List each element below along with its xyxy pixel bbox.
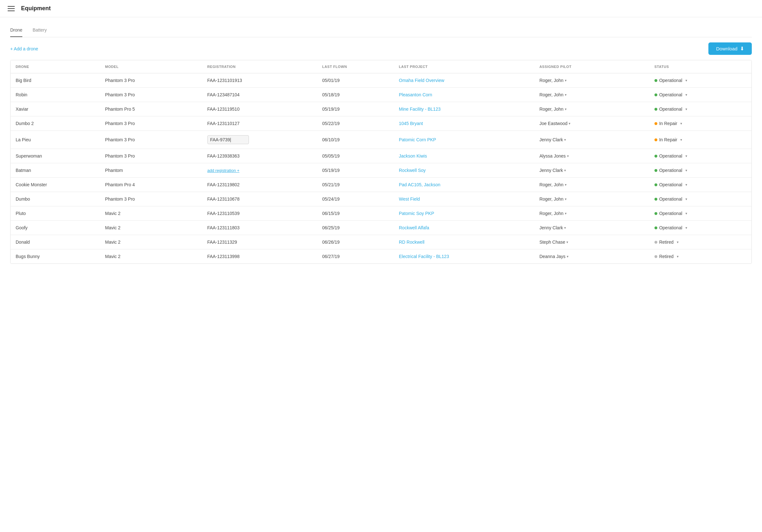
status-badge[interactable]: In Repair▾ [654,137,746,142]
status-badge[interactable]: Operational▾ [654,182,746,187]
cell-assigned-pilot[interactable]: Roger, John▾ [534,102,649,116]
cell-last-project[interactable]: Electrical Facility - BL123 [394,249,534,264]
pilot-dropdown[interactable]: Alyssa Jones▾ [539,154,644,159]
cell-status[interactable]: Operational▾ [649,206,751,221]
cell-assigned-pilot[interactable]: Joe Eastwood▾ [534,116,649,131]
cell-status[interactable]: Operational▾ [649,163,751,178]
cell-status[interactable]: Retired▾ [649,235,751,249]
add-drone-button[interactable]: + Add a drone [10,46,38,51]
cell-status[interactable]: Operational▾ [649,88,751,102]
project-link[interactable]: Pad AC105, Jackson [399,182,440,187]
pilot-dropdown[interactable]: Jenny Clark▾ [539,225,644,230]
status-badge[interactable]: Operational▾ [654,78,746,83]
equipment-table: DRONE MODEL REGISTRATION LAST FLOWN LAST… [10,60,752,264]
project-link[interactable]: Patomic Soy PKP [399,211,434,216]
project-link[interactable]: 1045 Bryant [399,121,423,126]
cell-assigned-pilot[interactable]: Roger, John▾ [534,178,649,192]
tab-battery[interactable]: Battery [33,25,46,37]
cell-status[interactable]: Operational▾ [649,102,751,116]
cell-assigned-pilot[interactable]: Steph Chase▾ [534,235,649,249]
cell-status[interactable]: Operational▾ [649,221,751,235]
cell-last-flown: 05/19/19 [317,163,394,178]
cell-assigned-pilot[interactable]: Roger, John▾ [534,192,649,206]
status-badge[interactable]: Operational▾ [654,92,746,97]
project-link[interactable]: RD Rockwell [399,239,424,245]
status-badge[interactable]: Operational▾ [654,225,746,230]
cell-status[interactable]: Operational▾ [649,192,751,206]
cell-registration: FAA-123113998 [202,249,317,264]
cell-last-project[interactable]: 1045 Bryant [394,116,534,131]
pilot-dropdown[interactable]: Jenny Clark▾ [539,168,644,173]
registration-input[interactable] [207,135,249,144]
cell-last-project[interactable]: RD Rockwell [394,235,534,249]
status-dot-icon [654,198,657,201]
cell-assigned-pilot[interactable]: Jenny Clark▾ [534,221,649,235]
project-link[interactable]: Patomic Corn PKP [399,137,436,142]
cell-assigned-pilot[interactable]: Roger, John▾ [534,206,649,221]
cell-drone: La Pieu [11,131,100,149]
status-badge[interactable]: Operational▾ [654,168,746,173]
pilot-name: Jenny Clark [539,168,563,173]
download-icon: ⬇ [740,46,744,52]
pilot-caret-icon: ▾ [567,154,569,158]
cell-assigned-pilot[interactable]: Alyssa Jones▾ [534,149,649,163]
project-link[interactable]: Omaha Field Overview [399,78,444,83]
status-badge[interactable]: Operational▾ [654,154,746,159]
cell-last-project[interactable]: Omaha Field Overview [394,73,534,88]
status-badge[interactable]: Retired▾ [654,254,746,259]
project-link[interactable]: Mine Facility - BL123 [399,106,441,112]
project-link[interactable]: Jackson Kiwis [399,154,427,159]
project-link[interactable]: Electrical Facility - BL123 [399,254,449,259]
cell-assigned-pilot[interactable]: Roger, John▾ [534,88,649,102]
cell-status[interactable]: Retired▾ [649,249,751,264]
status-badge[interactable]: Operational▾ [654,106,746,112]
pilot-dropdown[interactable]: Deanna Jays▾ [539,254,644,259]
status-label: Operational [659,225,682,230]
cell-last-project[interactable]: Rockwell Alfafa [394,221,534,235]
pilot-dropdown[interactable]: Roger, John▾ [539,106,644,112]
cell-assigned-pilot[interactable]: Jenny Clark▾ [534,131,649,149]
cell-status[interactable]: Operational▾ [649,149,751,163]
project-link[interactable]: Rockwell Soy [399,168,426,173]
cell-status[interactable]: In Repair▾ [649,131,751,149]
cell-last-project[interactable]: Pad AC105, Jackson [394,178,534,192]
cell-assigned-pilot[interactable]: Deanna Jays▾ [534,249,649,264]
cell-last-project[interactable]: Patomic Soy PKP [394,206,534,221]
tab-drone[interactable]: Drone [10,25,22,37]
cell-assigned-pilot[interactable]: Jenny Clark▾ [534,163,649,178]
col-header-last-flown: LAST FLOWN [317,60,394,73]
cell-last-project[interactable]: West Field [394,192,534,206]
cell-last-project[interactable]: Mine Facility - BL123 [394,102,534,116]
pilot-dropdown[interactable]: Roger, John▾ [539,196,644,202]
menu-icon[interactable] [8,6,15,11]
project-link[interactable]: Rockwell Alfafa [399,225,429,230]
status-badge[interactable]: Operational▾ [654,196,746,202]
pilot-dropdown[interactable]: Jenny Clark▾ [539,137,644,142]
cell-registration[interactable] [202,131,317,149]
cell-status[interactable]: Operational▾ [649,73,751,88]
pilot-dropdown[interactable]: Joe Eastwood▾ [539,121,644,126]
cell-registration[interactable]: add registration + [202,163,317,178]
project-link[interactable]: West Field [399,196,420,202]
cell-registration: FAA-123110127 [202,116,317,131]
cell-assigned-pilot[interactable]: Roger, John▾ [534,73,649,88]
cell-last-project[interactable]: Jackson Kiwis [394,149,534,163]
cell-last-project[interactable]: Patomic Corn PKP [394,131,534,149]
status-badge[interactable]: In Repair▾ [654,121,746,126]
pilot-dropdown[interactable]: Roger, John▾ [539,78,644,83]
cell-drone: Xaviar [11,102,100,116]
cell-last-project[interactable]: Rockwell Soy [394,163,534,178]
status-badge[interactable]: Operational▾ [654,211,746,216]
cell-status[interactable]: Operational▾ [649,178,751,192]
download-button[interactable]: Download ⬇ [708,42,752,55]
add-registration-link[interactable]: add registration + [207,168,240,173]
pilot-dropdown[interactable]: Roger, John▾ [539,211,644,216]
pilot-dropdown[interactable]: Roger, John▾ [539,182,644,187]
pilot-dropdown[interactable]: Roger, John▾ [539,92,644,97]
cell-status[interactable]: In Repair▾ [649,116,751,131]
status-badge[interactable]: Retired▾ [654,239,746,245]
cell-last-project[interactable]: Pleasanton Corn [394,88,534,102]
pilot-dropdown[interactable]: Steph Chase▾ [539,239,644,245]
cell-last-flown: 05/19/19 [317,102,394,116]
project-link[interactable]: Pleasanton Corn [399,92,432,97]
